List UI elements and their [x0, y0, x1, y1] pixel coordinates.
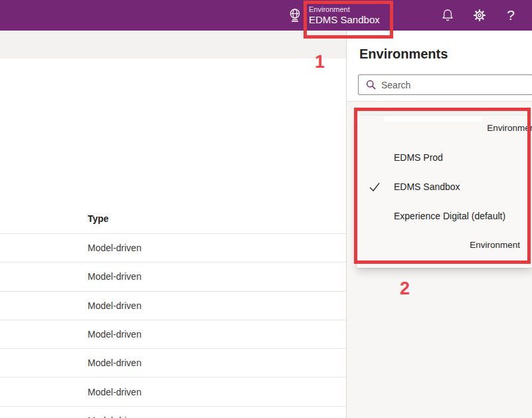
environment-option-label: EDMS Sandbox	[394, 181, 460, 192]
dropdown-group-label: Environment	[487, 123, 532, 133]
table-row[interactable]: Model-driven	[0, 377, 346, 406]
environment-picker-text: Environment EDMS Sandbox	[309, 5, 380, 25]
environment-search-box[interactable]	[358, 74, 532, 95]
annotation-number-2: 2	[400, 278, 410, 299]
table-row[interactable]: Model-driven	[0, 320, 346, 349]
type-cell: Model-driven	[88, 358, 141, 368]
environments-panel-header: Environments	[347, 31, 532, 101]
environment-option-label: EDMS Prod	[394, 152, 443, 163]
search-icon	[366, 80, 376, 90]
settings-button[interactable]	[468, 0, 491, 31]
app-header: Environment EDMS Sandbox	[0, 0, 532, 31]
search-input[interactable]	[381, 80, 514, 90]
environment-option-edms-sandbox[interactable]: EDMS Sandbox	[357, 172, 532, 201]
dropdown-group-label: Environment	[470, 240, 520, 250]
notifications-bell-icon	[441, 8, 454, 23]
environment-picker-button[interactable]: Environment EDMS Sandbox	[284, 0, 380, 31]
help-icon: ?	[507, 7, 515, 23]
environment-picker-label: Environment	[309, 5, 380, 14]
environment-option-label: Experience Digital (default)	[394, 211, 505, 221]
table-row[interactable]: Model-driven	[0, 349, 346, 377]
command-bar-strip	[0, 31, 346, 58]
column-header-type: Type	[88, 213, 109, 224]
panel-divider	[347, 101, 532, 102]
app-window: Environment EDMS Sandbox	[0, 0, 532, 418]
table-row[interactable]: Model-driven	[0, 234, 346, 262]
apps-table: Model-driven Model-driven Model-driven M…	[0, 233, 346, 418]
checkmark-icon	[367, 179, 382, 194]
environment-option-experience-digital[interactable]: Experience Digital (default)	[357, 201, 532, 231]
annotation-number-1: 1	[315, 52, 325, 72]
callout-beak	[384, 116, 482, 122]
table-row[interactable]: Model-driven	[0, 262, 346, 291]
type-cell: Model-driven	[88, 415, 141, 418]
type-cell: Model-driven	[88, 271, 141, 282]
table-row[interactable]: Model-driven	[0, 407, 346, 418]
type-cell: Model-driven	[88, 387, 141, 397]
environments-panel-title: Environments	[359, 47, 448, 62]
type-cell: Model-driven	[88, 329, 141, 340]
environment-option-edms-prod[interactable]: EDMS Prod	[357, 143, 532, 172]
environment-dropdown: Environment EDMS Prod EDMS Sandbox Exper…	[357, 116, 532, 268]
table-row[interactable]: Model-driven	[0, 292, 346, 320]
settings-gear-icon	[472, 8, 487, 23]
environment-picker-value: EDMS Sandbox	[309, 14, 380, 25]
notifications-button[interactable]	[436, 0, 460, 31]
type-cell: Model-driven	[88, 300, 141, 311]
type-cell: Model-driven	[88, 243, 141, 253]
apps-list-area: Type Model-driven Model-driven Model-dri…	[0, 58, 346, 418]
help-button[interactable]: ?	[499, 0, 523, 31]
environment-globe-icon	[288, 7, 302, 23]
